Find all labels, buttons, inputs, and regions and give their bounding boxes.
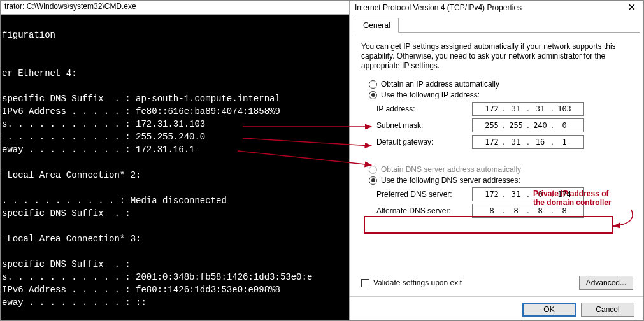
input-gw[interactable]: 172. 31. 16. 1: [472, 135, 584, 149]
validate-row: Validate settings upon exit Advanced...: [361, 276, 633, 290]
validate-label: Validate settings upon exit: [373, 278, 462, 287]
input-ip[interactable]: 172. 31. 31. 103: [472, 102, 584, 116]
callout-dc-ip: Private IP address of the domain control…: [533, 189, 612, 207]
cancel-button[interactable]: Cancel: [581, 303, 634, 317]
radio-dns-static-label: Use the following DNS server addresses:: [381, 176, 520, 185]
radio-dns-auto: Obtain DNS server address automatically: [369, 165, 633, 174]
radio-ip-auto[interactable]: Obtain an IP address automatically: [369, 80, 633, 89]
radio-icon: [369, 80, 377, 89]
info-text: You can get IP settings assigned automat…: [361, 42, 633, 71]
advanced-button[interactable]: Advanced...: [579, 276, 633, 290]
dialog-titlebar: Internet Protocol Version 4 (TCP/IPv4) P…: [350, 1, 644, 15]
radio-ip-static[interactable]: Use the following IP address:: [369, 90, 633, 99]
callout-line1: Private IP address of: [533, 189, 612, 198]
radio-icon: [369, 166, 377, 174]
field-subnet-mask: Subnet mask: 255. 255. 240. 0: [376, 118, 633, 132]
radio-dns-auto-label: Obtain DNS server address automatically: [381, 165, 521, 174]
ipv4-properties-dialog: Internet Protocol Version 4 (TCP/IPv4) P…: [349, 1, 644, 321]
cmd-window: trator: C:\Windows\system32\CMD.exe P Co…: [1, 1, 349, 321]
label-ip: IP address:: [376, 104, 472, 113]
highlight-preferred-dns: [364, 216, 613, 234]
callout-line2: the domain controller: [533, 198, 612, 207]
field-default-gateway: Default gateway: 172. 31. 16. 1: [376, 135, 633, 149]
cmd-output: P Configuration adapter Ethernet 4: tion…: [0, 15, 349, 321]
radio-dns-static[interactable]: Use the following DNS server addresses:: [369, 176, 633, 185]
checkbox-validate[interactable]: [361, 279, 369, 287]
tab-general[interactable]: General: [355, 18, 399, 33]
field-ip-address: IP address: 172. 31. 31. 103: [376, 102, 633, 116]
dialog-title: Internet Protocol Version 4 (TCP/IPv4) P…: [355, 3, 522, 12]
label-gw: Default gateway:: [376, 138, 472, 146]
label-mask: Subnet mask:: [376, 121, 472, 130]
ok-button[interactable]: OK: [522, 303, 576, 317]
dialog-buttons: OK Cancel: [350, 296, 644, 321]
input-mask[interactable]: 255. 255. 240. 0: [472, 118, 584, 132]
close-icon[interactable]: ✕: [624, 3, 640, 13]
label-pref-dns: Preferred DNS server:: [376, 190, 472, 199]
tab-row: General: [355, 17, 640, 33]
label-alt-dns: Alternate DNS server:: [376, 206, 472, 215]
cmd-title: trator: C:\Windows\system32\CMD.exe: [1, 1, 349, 15]
radio-icon: [369, 91, 377, 99]
radio-ip-auto-label: Obtain an IP address automatically: [381, 80, 499, 89]
radio-ip-static-label: Use the following IP address:: [381, 90, 480, 99]
radio-icon: [369, 176, 377, 185]
